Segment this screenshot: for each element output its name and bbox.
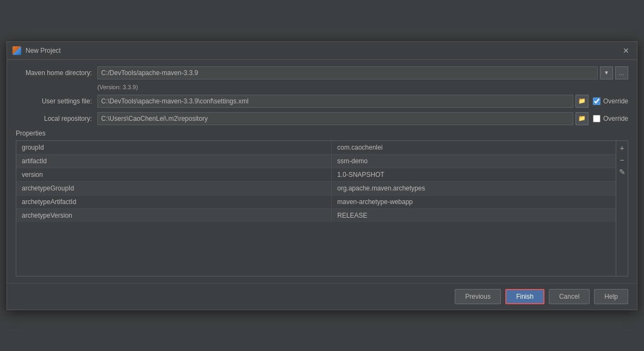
user-settings-label: User settings file: — [16, 97, 97, 105]
prop-key: archetypeArtifactId — [16, 195, 332, 208]
maven-home-input[interactable] — [97, 66, 598, 79]
edit-property-button[interactable]: ✎ — [617, 167, 627, 177]
finish-button[interactable]: Finish — [505, 289, 544, 304]
maven-home-dropdown-btn[interactable]: ▼ — [600, 66, 613, 79]
add-property-button[interactable]: + — [617, 143, 627, 153]
cancel-button[interactable]: Cancel — [549, 289, 590, 304]
maven-home-field: ▼ … — [97, 66, 628, 79]
prop-key: groupId — [16, 141, 332, 154]
user-settings-override: Override — [593, 97, 628, 105]
local-repo-field: 📁 Override — [97, 112, 628, 125]
prop-key: archetypeVersion — [16, 209, 332, 222]
close-button[interactable]: ✕ — [621, 45, 631, 56]
dialog-footer: Previous Finish Cancel Help — [7, 283, 637, 310]
prop-key: artifactId — [16, 155, 332, 168]
table-row[interactable]: version 1.0-SNAPSHOT — [16, 168, 616, 182]
prop-value: 1.0-SNAPSHOT — [332, 168, 616, 181]
properties-section: groupId com.caochenlei artifactId ssm-de… — [16, 140, 628, 276]
local-repo-override-checkbox[interactable] — [593, 115, 600, 122]
prop-key: archetypeGroupId — [16, 182, 332, 195]
properties-table: groupId com.caochenlei artifactId ssm-de… — [16, 141, 616, 276]
prop-value: ssm-demo — [332, 155, 616, 168]
prop-key: version — [16, 168, 332, 181]
prop-value: org.apache.maven.archetypes — [332, 182, 616, 195]
title-bar-left: New Project — [13, 46, 61, 55]
dialog-title: New Project — [26, 47, 61, 54]
intellij-icon — [13, 46, 21, 55]
prop-value: com.caochenlei — [332, 141, 616, 154]
title-bar: New Project ✕ — [7, 42, 637, 60]
properties-section-label: Properties — [16, 130, 628, 137]
remove-property-button[interactable]: − — [617, 155, 627, 165]
version-note: (Version: 3.3.9) — [97, 84, 628, 90]
table-row[interactable]: archetypeArtifactId maven-archetype-weba… — [16, 195, 616, 209]
table-row[interactable]: artifactId ssm-demo — [16, 155, 616, 168]
user-settings-override-checkbox[interactable] — [593, 97, 600, 105]
table-row[interactable]: archetypeVersion RELEASE — [16, 209, 616, 222]
user-settings-row: User settings file: 📁 Override — [16, 95, 628, 108]
local-repo-input[interactable] — [97, 112, 573, 125]
maven-home-row: Maven home directory: ▼ … — [16, 66, 628, 79]
local-repo-override-label: Override — [603, 115, 628, 122]
local-repo-override: Override — [593, 115, 628, 122]
prop-value: RELEASE — [332, 209, 616, 222]
dialog-body: Maven home directory: ▼ … (Version: 3.3.… — [7, 60, 637, 283]
local-repo-label: Local repository: — [16, 115, 97, 122]
help-button[interactable]: Help — [594, 289, 628, 304]
table-row[interactable]: archetypeGroupId org.apache.maven.archet… — [16, 182, 616, 195]
prop-value: maven-archetype-webapp — [332, 195, 616, 208]
maven-home-label: Maven home directory: — [16, 69, 97, 77]
user-settings-input[interactable] — [97, 95, 573, 108]
table-row[interactable]: groupId com.caochenlei — [16, 141, 616, 155]
previous-button[interactable]: Previous — [455, 289, 501, 304]
user-settings-browse-btn[interactable]: 📁 — [575, 95, 589, 108]
new-project-dialog: New Project ✕ Maven home directory: ▼ … … — [7, 41, 637, 310]
user-settings-field: 📁 Override — [97, 95, 628, 108]
local-repo-row: Local repository: 📁 Override — [16, 112, 628, 125]
properties-sidebar: + − ✎ — [616, 141, 628, 276]
maven-home-browse-btn[interactable]: … — [615, 66, 628, 79]
user-settings-override-label: Override — [603, 97, 628, 105]
local-repo-browse-btn[interactable]: 📁 — [575, 112, 589, 125]
